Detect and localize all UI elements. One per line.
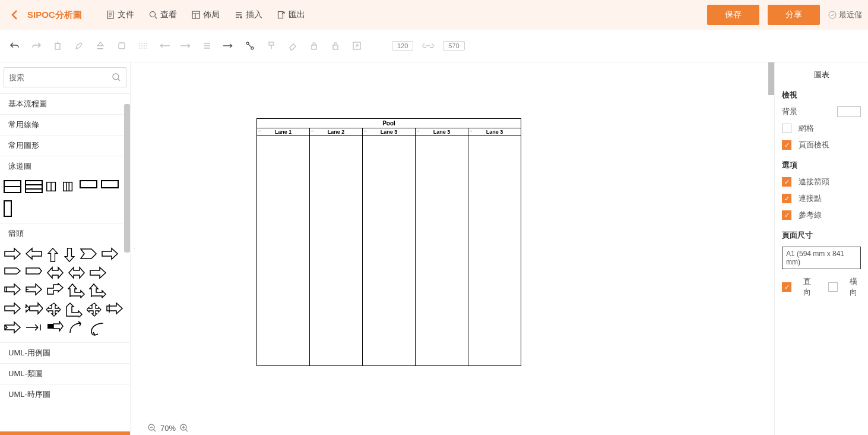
arrow-shape[interactable] bbox=[46, 247, 59, 263]
swimlane-shape[interactable] bbox=[63, 180, 76, 193]
portrait-checkbox[interactable] bbox=[782, 282, 791, 292]
category-uml-usecase[interactable]: UML-用例圖 bbox=[0, 342, 130, 363]
page-size-select[interactable]: A1 (594 mm x 841 mm) bbox=[782, 247, 861, 269]
arrow-shape[interactable] bbox=[25, 247, 43, 260]
save-button[interactable]: 保存 bbox=[707, 5, 759, 25]
connect-points-checkbox[interactable] bbox=[782, 194, 791, 203]
lane[interactable]: Lane 3 bbox=[468, 128, 521, 365]
page-view-row[interactable]: 頁面檢視 bbox=[782, 140, 861, 150]
lane-header[interactable]: Lane 3 bbox=[363, 128, 415, 136]
arrow-shape[interactable] bbox=[25, 302, 43, 315]
arrow-shape[interactable] bbox=[68, 321, 85, 334]
arrow-start-button[interactable] bbox=[158, 39, 171, 52]
arrow-shape[interactable] bbox=[65, 302, 83, 317]
menu-layout[interactable]: 佈局 bbox=[191, 10, 220, 20]
menu-export[interactable]: 匯出 bbox=[277, 10, 305, 20]
back-button[interactable] bbox=[6, 6, 24, 24]
lane[interactable]: Lane 2 bbox=[310, 128, 363, 365]
share-button[interactable]: 分享 bbox=[768, 5, 820, 25]
lock-button[interactable] bbox=[308, 39, 321, 52]
arrow-shape[interactable] bbox=[4, 283, 21, 296]
menu-view[interactable]: 查看 bbox=[148, 10, 177, 20]
connector-button[interactable] bbox=[222, 39, 235, 52]
swimlane-shape[interactable] bbox=[101, 180, 119, 188]
fill-color-button[interactable] bbox=[94, 39, 107, 52]
guidelines-row[interactable]: 參考線 bbox=[782, 210, 861, 220]
category-arrows[interactable]: 箭頭 bbox=[0, 223, 130, 244]
pool-title[interactable]: Pool bbox=[257, 119, 521, 128]
landscape-checkbox[interactable] bbox=[828, 282, 838, 292]
redo-button[interactable] bbox=[30, 39, 43, 52]
category-swimlane[interactable]: 泳道圖 bbox=[0, 156, 130, 176]
arrow-shape[interactable] bbox=[4, 302, 21, 315]
sidebar-scrollbar[interactable] bbox=[124, 104, 130, 253]
swimlane-shape[interactable] bbox=[80, 180, 97, 188]
arrow-shape[interactable] bbox=[4, 247, 21, 260]
width-input[interactable]: 120 bbox=[392, 41, 413, 51]
arrow-shape[interactable] bbox=[106, 302, 123, 315]
canvas-area[interactable]: Pool Lane 1 Lane 2 Lane 3 Lane 3 Lane 3 … bbox=[138, 62, 774, 435]
panel-splitter[interactable]: ⋮ bbox=[131, 62, 138, 435]
lane[interactable]: Lane 1 bbox=[257, 128, 310, 365]
recent-saved[interactable]: 最近儲 bbox=[828, 10, 862, 20]
canvas-scrollbar-track[interactable] bbox=[768, 62, 774, 435]
arrow-shape[interactable] bbox=[25, 266, 43, 276]
swimlane-shape[interactable] bbox=[4, 180, 21, 193]
unlock-button[interactable] bbox=[329, 39, 342, 52]
arrow-shape[interactable] bbox=[63, 247, 76, 263]
document-title[interactable]: SIPOC分析圖 bbox=[27, 10, 82, 21]
undo-button[interactable] bbox=[8, 39, 21, 52]
lane-header[interactable]: Lane 1 bbox=[257, 128, 309, 136]
arrow-shape[interactable] bbox=[25, 283, 43, 296]
lane[interactable]: Lane 3 bbox=[363, 128, 416, 365]
arrow-shape[interactable] bbox=[89, 266, 107, 279]
arrow-shape[interactable] bbox=[46, 302, 62, 317]
arrow-shape[interactable] bbox=[68, 266, 85, 279]
canvas-scrollbar-thumb[interactable] bbox=[768, 62, 774, 95]
page-view-checkbox[interactable] bbox=[782, 140, 791, 150]
menu-insert[interactable]: 插入 bbox=[234, 10, 262, 20]
swimlane-shape[interactable] bbox=[46, 180, 59, 193]
arrow-shape[interactable] bbox=[80, 247, 97, 260]
format-painter-button[interactable] bbox=[265, 39, 278, 52]
category-uml-sequence[interactable]: UML-時序圖 bbox=[0, 384, 130, 405]
panel-tab-diagram[interactable]: 圖表 bbox=[782, 70, 861, 80]
arrow-shape[interactable] bbox=[87, 302, 102, 317]
arrow-end-button[interactable] bbox=[179, 39, 192, 52]
category-basic-flowchart[interactable]: 基本流程圖 bbox=[0, 93, 130, 114]
arrow-shape[interactable] bbox=[4, 266, 21, 276]
lane-header[interactable]: Lane 3 bbox=[468, 128, 521, 136]
lane-header[interactable]: Lane 2 bbox=[310, 128, 362, 136]
zoom-in-icon[interactable] bbox=[179, 423, 189, 433]
guidelines-checkbox[interactable] bbox=[782, 210, 791, 220]
menu-file[interactable]: 文件 bbox=[106, 10, 134, 20]
arrow-shape[interactable] bbox=[89, 321, 107, 336]
background-color-swatch[interactable] bbox=[837, 106, 861, 117]
lane[interactable]: Lane 3 bbox=[416, 128, 468, 365]
edit-button[interactable] bbox=[72, 39, 85, 52]
delete-button[interactable] bbox=[51, 39, 64, 52]
lane-header[interactable]: Lane 3 bbox=[416, 128, 468, 136]
arrow-shape[interactable] bbox=[4, 321, 21, 334]
connect-points-row[interactable]: 連接點 bbox=[782, 193, 861, 204]
arrow-shape[interactable] bbox=[46, 283, 64, 296]
shape-style-button[interactable] bbox=[115, 39, 128, 52]
swimlane-shape[interactable] bbox=[25, 180, 43, 193]
arrow-shape[interactable] bbox=[101, 247, 119, 260]
grid-row[interactable]: 網格 bbox=[782, 123, 861, 134]
height-input[interactable]: 570 bbox=[443, 41, 464, 51]
arrow-shape[interactable] bbox=[46, 321, 64, 332]
connect-arrows-row[interactable]: 連接箭頭 bbox=[782, 176, 861, 187]
category-common-shapes[interactable]: 常用圖形 bbox=[0, 135, 130, 156]
line-spacing-button[interactable] bbox=[201, 39, 214, 52]
arrow-shape[interactable] bbox=[89, 283, 107, 298]
zoom-out-icon[interactable] bbox=[147, 423, 157, 433]
connect-arrows-checkbox[interactable] bbox=[782, 177, 791, 187]
swimlane-shape[interactable] bbox=[4, 200, 12, 217]
line-style-button[interactable] bbox=[137, 39, 150, 52]
search-input[interactable] bbox=[9, 73, 112, 82]
arrow-shape[interactable] bbox=[68, 283, 85, 298]
arrow-shape[interactable] bbox=[25, 321, 43, 334]
waypoint-button[interactable] bbox=[243, 39, 256, 52]
search-box[interactable] bbox=[4, 67, 126, 87]
